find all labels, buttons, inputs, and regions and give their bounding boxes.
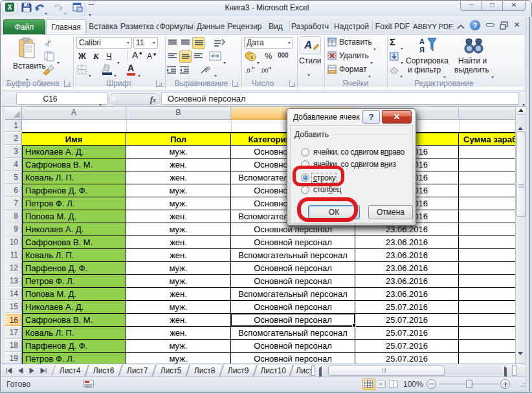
svg-text:,0: ,0 (245, 67, 250, 74)
svg-text:А: А (304, 39, 312, 50)
svg-text:А: А (419, 38, 425, 45)
svg-text:Я: Я (419, 46, 425, 54)
svg-text:X: X (8, 4, 12, 11)
svg-text:$: $ (250, 54, 254, 60)
svg-text:ab: ab (203, 65, 212, 74)
svg-text:,00: ,00 (260, 67, 269, 74)
